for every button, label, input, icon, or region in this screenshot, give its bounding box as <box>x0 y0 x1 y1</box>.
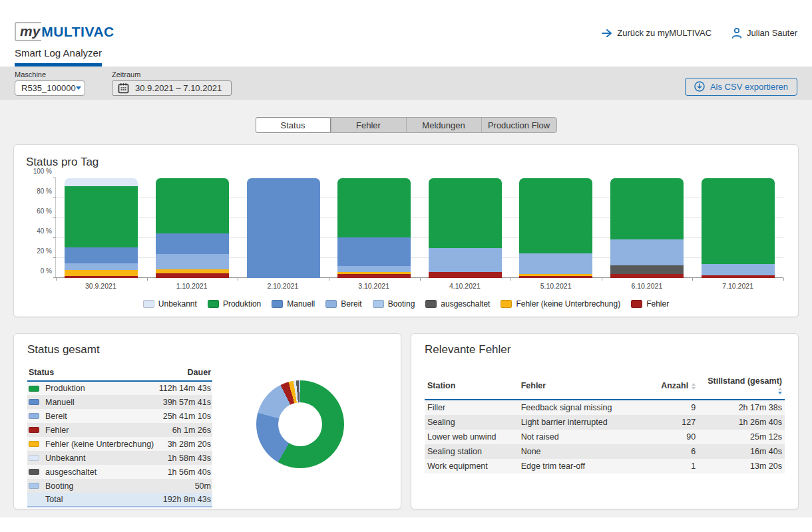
bar-segment-bereit[interactable] <box>65 263 138 271</box>
stacked-bar-30.9.2021[interactable] <box>65 178 138 278</box>
view-tab-meldungen[interactable]: Meldungen <box>406 118 481 132</box>
bar-segment-bereit[interactable] <box>337 266 411 272</box>
bar-segment-produktion[interactable] <box>156 178 229 233</box>
stacked-bar-7.10.2021[interactable] <box>702 178 775 278</box>
bar-segment-ausgeschaltet[interactable] <box>610 265 684 275</box>
bar-segment-unbekannt[interactable] <box>65 178 138 186</box>
bar-segment-produktion[interactable] <box>519 178 592 253</box>
back-to-mymultivac-link[interactable]: Zurück zu myMULTIVAC <box>602 28 711 38</box>
daterange-input[interactable]: 30.9.2021 – 7.10.2021 <box>112 80 232 96</box>
status-name: Unbekannt <box>45 454 85 463</box>
bar-segment-bereit[interactable] <box>702 264 775 275</box>
legend-item-unbekannt[interactable]: Unbekannt <box>143 299 197 309</box>
status-row-produktion: Produktion112h 14m 43s <box>27 381 212 395</box>
status-duration: 25h 41m 10s <box>157 409 212 423</box>
bar-segment-bereit[interactable] <box>519 253 592 275</box>
stacked-bar-6.10.2021[interactable] <box>610 178 684 278</box>
bar-segment-manuell[interactable] <box>337 237 411 267</box>
anzahl-col-header[interactable]: Anzahl <box>644 374 698 400</box>
brand-logo[interactable]: myMULTIVAC <box>15 22 114 41</box>
legend-item-produktion[interactable]: Produktion <box>208 299 261 309</box>
y-tick-label: 80 % <box>24 188 52 195</box>
x-axis-label: 6.10.2021 <box>602 282 693 290</box>
status-duration: 50m <box>157 479 212 493</box>
back-link-label: Zurück zu myMULTIVAC <box>617 28 711 38</box>
x-axis-labels: 30.9.20211.10.20212.10.20213.10.20214.10… <box>55 282 783 290</box>
bar-segment-produktion[interactable] <box>65 186 138 247</box>
chart-title: Status pro Tag <box>26 156 786 169</box>
station-col-header[interactable]: Station <box>425 374 518 400</box>
bar-segment-produktion[interactable] <box>429 178 502 248</box>
bar-segment-fehler[interactable] <box>65 276 138 278</box>
x-tick-mark <box>56 278 57 281</box>
bar-segment-fehler[interactable] <box>519 276 592 278</box>
view-tab-status[interactable]: Status <box>256 117 331 133</box>
legend-label: Bereit <box>341 299 361 309</box>
bar-segment-bereit[interactable] <box>156 254 229 269</box>
status-swatch <box>29 441 39 447</box>
machine-field-group: Maschine R535_100000 <box>15 70 85 100</box>
legend-item-fehler-keine-unterbrechung-[interactable]: Fehler (keine Unterbrechung) <box>501 299 620 309</box>
status-swatch <box>29 399 39 405</box>
x-axis-label: 5.10.2021 <box>510 282 602 290</box>
chart-legend: UnbekanntProduktionManuellBereitBootinga… <box>26 299 786 309</box>
tab-smart-log-analyzer[interactable]: Smart Log Analyzer <box>15 47 102 66</box>
bar-segment-manuell[interactable] <box>65 247 138 263</box>
stillstand-value: 25m 12s <box>698 430 785 444</box>
station: Lower web unwind <box>425 430 518 444</box>
bar-segment-manuell[interactable] <box>247 178 320 278</box>
bar-segment-fehler[interactable] <box>156 273 229 279</box>
legend-item-manuell[interactable]: Manuell <box>272 299 315 309</box>
stillstand-col-header[interactable]: Stillstand (gesamt) <box>698 374 785 400</box>
bar-segment-produktion[interactable] <box>337 178 411 237</box>
bar-segment-produktion[interactable] <box>702 178 775 264</box>
stacked-bar-5.10.2021[interactable] <box>519 178 592 278</box>
fehler-col-header[interactable]: Fehler <box>518 374 644 400</box>
legend-item-booting[interactable]: Booting <box>373 299 415 309</box>
bar-segment-produktion[interactable] <box>610 178 684 239</box>
bar-segment-fehler[interactable] <box>610 274 684 278</box>
legend-item-fehler[interactable]: Fehler <box>631 299 669 309</box>
legend-swatch <box>208 300 219 308</box>
fehler-text: None <box>518 444 644 459</box>
x-tick-mark <box>510 278 511 281</box>
status-swatch <box>29 386 39 392</box>
bar-segment-manuell[interactable] <box>156 233 229 255</box>
stacked-bar-3.10.2021[interactable] <box>337 178 411 278</box>
bar-segment-bereit[interactable] <box>429 248 502 272</box>
bar-slot <box>510 178 602 278</box>
fehler-text: Edge trim tear-off <box>518 459 644 473</box>
legend-item-bereit[interactable]: Bereit <box>325 299 361 309</box>
main-content: StatusFehlerMeldungenProduction Flow Sta… <box>0 100 812 517</box>
status-gesamt-table: Status Dauer Produktion112h 14m 43sManue… <box>27 365 212 507</box>
user-menu[interactable]: Julian Sauter <box>731 27 797 39</box>
status-row-ausgeschaltet: ausgeschaltet1h 56m 40s <box>27 465 212 479</box>
legend-label: Booting <box>388 299 415 309</box>
bottom-strip <box>0 517 812 532</box>
bar-segment-fehler[interactable] <box>337 274 411 278</box>
stacked-bar-4.10.2021[interactable] <box>429 178 502 278</box>
status-duration: 6h 1m 26s <box>157 423 212 437</box>
stacked-bar-2.10.2021[interactable] <box>247 178 320 278</box>
view-tab-fehler[interactable]: Fehler <box>331 118 406 132</box>
user-icon <box>731 27 742 39</box>
anzahl-value: 9 <box>644 400 698 415</box>
export-csv-button[interactable]: Als CSV exportieren <box>685 78 797 96</box>
legend-item-ausgeschaltet[interactable]: ausgeschaltet <box>425 299 490 309</box>
bar-segment-fehler[interactable] <box>702 275 775 279</box>
stacked-bar-1.10.2021[interactable] <box>156 178 229 278</box>
status-name: Fehler (keine Unterbrechung) <box>45 440 154 449</box>
sort-icon-stillstand[interactable] <box>778 388 782 394</box>
station: Sealing station <box>425 444 518 459</box>
sort-icon-anzahl[interactable] <box>692 383 696 390</box>
bar-segment-fehler-keine-unterbrechung-[interactable] <box>65 270 138 276</box>
calendar-icon <box>118 82 129 94</box>
x-tick-mark <box>602 278 602 281</box>
status-duration: 112h 14m 43s <box>157 381 212 395</box>
bar-segment-fehler[interactable] <box>429 272 502 278</box>
stillstand-value: 16m 40s <box>698 444 785 459</box>
bar-segment-bereit[interactable] <box>610 239 684 265</box>
machine-select[interactable]: R535_100000 <box>15 80 85 96</box>
view-tab-production-flow[interactable]: Production Flow <box>481 118 556 132</box>
status-donut-chart[interactable] <box>256 380 344 468</box>
